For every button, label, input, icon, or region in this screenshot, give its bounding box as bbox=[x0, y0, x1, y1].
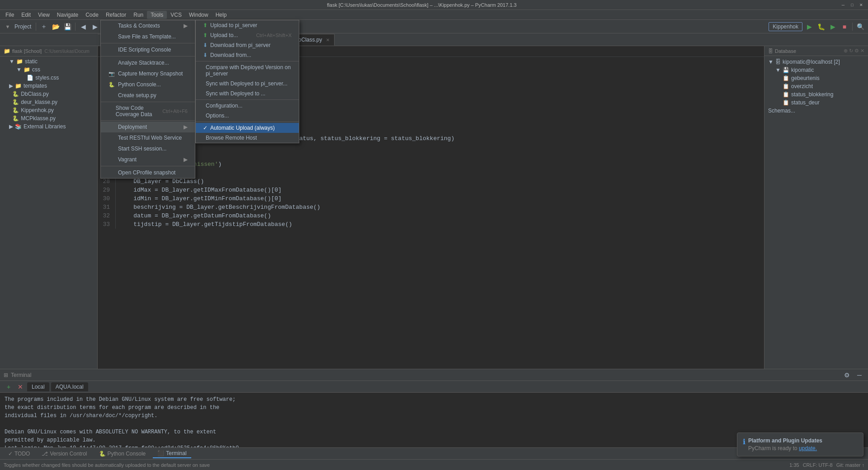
terminal-line-1: The programs included in the Debian GNU/… bbox=[5, 395, 863, 404]
toolbar-btn-back[interactable]: ◀ bbox=[78, 22, 88, 32]
toolbar-btn-2[interactable]: 📂 bbox=[51, 22, 61, 32]
toolbar-btn-fwd[interactable]: ▶ bbox=[90, 22, 100, 32]
submenu-browse-remote[interactable]: Browse Remote Host bbox=[196, 133, 299, 143]
tab-python-console[interactable]: 🐍 Python Console bbox=[94, 450, 151, 458]
folder-icon-css: 📁 bbox=[24, 66, 30, 73]
submenu-download-pi[interactable]: ⬇ Download from pi_server bbox=[196, 40, 299, 50]
menu-item-ssh[interactable]: Start SSH session... bbox=[101, 143, 195, 154]
menu-item-tasks[interactable]: Tasks & Contexts ▶ bbox=[101, 20, 195, 31]
submenu-options[interactable]: Options... bbox=[196, 111, 299, 121]
toolbar-btn-3[interactable]: 💾 bbox=[62, 22, 72, 32]
tab-version-control[interactable]: ⎇ Version Control bbox=[37, 450, 91, 458]
terminal-settings[interactable]: ⚙ bbox=[842, 370, 852, 380]
menu-sep-2 bbox=[101, 56, 195, 56]
tree-item-static[interactable]: ▼ 📁 static bbox=[0, 57, 97, 66]
menu-item-save-template[interactable]: Save File as Template... bbox=[101, 31, 195, 42]
title-bar: flask [C:\Users\lukas\Documents\School\f… bbox=[0, 0, 868, 10]
maximize-button[interactable]: □ bbox=[849, 2, 855, 8]
submenu-upload-to[interactable]: ⬆ Upload to... Ctrl+Alt+Shift+X bbox=[196, 30, 299, 40]
submenu-compare-deployed[interactable]: Compare with Deployed Version on pi_serv… bbox=[196, 62, 299, 79]
toolbar-btn-1[interactable]: ＋ bbox=[39, 22, 49, 32]
notification-title: Platform and Plugin Updates bbox=[748, 437, 822, 444]
db-schemas[interactable]: Schemas... bbox=[764, 107, 868, 115]
tab-terminal[interactable]: ⬛ Terminal bbox=[153, 449, 191, 458]
menu-navigate[interactable]: Navigate bbox=[53, 11, 82, 19]
menu-code[interactable]: Code bbox=[82, 11, 102, 19]
menu-sep-1 bbox=[101, 43, 195, 43]
tree-item-dbclass[interactable]: 🐍 DbClass.py bbox=[0, 90, 97, 98]
menu-refactor[interactable]: Refactor bbox=[102, 11, 130, 19]
terminal-tab-aqua[interactable]: AQUA.local bbox=[51, 382, 88, 391]
tree-item-ext-libs[interactable]: ▶ 📚 External Libraries bbox=[0, 122, 97, 131]
project-select[interactable]: ▼ bbox=[3, 22, 13, 32]
db-name-icon: 💾 bbox=[783, 67, 789, 73]
menu-window[interactable]: Window bbox=[185, 11, 212, 19]
todo-icon: ✓ bbox=[8, 451, 13, 457]
menu-item-create-setup[interactable]: Create setup.py bbox=[101, 90, 195, 101]
menu-item-rest[interactable]: Test RESTful Web Service bbox=[101, 132, 195, 143]
db-table-status-deur[interactable]: 📋 status_deur bbox=[764, 99, 868, 107]
tasks-icon bbox=[108, 22, 115, 29]
submenu-auto-upload[interactable]: ✓ Automatic Upload (always) bbox=[196, 123, 299, 133]
ext-libs-icon: 📚 bbox=[15, 123, 22, 130]
tab-todo[interactable]: ✓ TODO bbox=[4, 450, 34, 458]
notification-popup: ℹ Platform and Plugin Updates PyCharm is… bbox=[737, 432, 863, 456]
submenu-sync-pi[interactable]: Sync with Deployed to pi_server... bbox=[196, 79, 299, 89]
terminal-header: ⊞ Terminal ⚙ ─ bbox=[0, 369, 868, 381]
menu-file[interactable]: File bbox=[2, 11, 18, 19]
notification-link[interactable]: update. bbox=[799, 445, 817, 451]
menu-item-deployment[interactable]: Deployment ▶ bbox=[101, 122, 195, 132]
db-table-status-blokkering[interactable]: 📋 status_blokkering bbox=[764, 90, 868, 99]
project-tree: ▼ 📁 static ▼ 📁 css 📄 styles.css ▶ 📁 temp… bbox=[0, 56, 97, 369]
code-line-25: 25 bbox=[98, 151, 764, 160]
db-kipomatic-item[interactable]: ▼ 💾 kipomatic bbox=[764, 66, 868, 74]
menu-help[interactable]: Help bbox=[212, 11, 231, 19]
menu-item-memory-snapshot[interactable]: 📷 Capture Memory Snapshot bbox=[101, 68, 195, 79]
tree-item-css[interactable]: ▼ 📁 css bbox=[0, 66, 97, 74]
run-with-coverage[interactable]: ▶ bbox=[828, 22, 838, 32]
tab-close-4[interactable]: ✕ bbox=[326, 38, 330, 42]
submenu-upload-pi[interactable]: ⬆ Upload to pi_server bbox=[196, 20, 299, 30]
project-label: Project bbox=[14, 24, 31, 30]
status-message: Toggles whether changed files should be … bbox=[4, 462, 210, 468]
status-bar: Toggles whether changed files should be … bbox=[0, 459, 868, 470]
menu-vcs[interactable]: VCS bbox=[167, 11, 185, 19]
code-line-31: 31 beschrijving = DB_layer.getBeschrijvi… bbox=[98, 203, 764, 212]
menu-run[interactable]: Run bbox=[130, 11, 147, 19]
stop-button[interactable]: ■ bbox=[840, 22, 849, 32]
terminal-add[interactable]: + bbox=[4, 382, 14, 392]
folder-icon-static: 📁 bbox=[16, 58, 23, 65]
tree-item-templates[interactable]: ▶ 📁 templates bbox=[0, 82, 97, 90]
search-everywhere[interactable]: 🔍 bbox=[855, 22, 865, 32]
terminal-minimize[interactable]: ─ bbox=[854, 370, 864, 380]
table-icon-1: 📋 bbox=[783, 75, 789, 81]
run-button[interactable]: ▶ bbox=[804, 22, 814, 32]
submenu-download-from[interactable]: ⬇ Download from... bbox=[196, 50, 299, 60]
terminal-remove[interactable]: ✕ bbox=[15, 382, 25, 392]
db-table-overzicht[interactable]: 📋 overzicht bbox=[764, 82, 868, 90]
minimize-button[interactable]: ─ bbox=[840, 2, 846, 8]
tree-item-mcp[interactable]: 🐍 MCPklasse.py bbox=[0, 114, 97, 122]
menu-item-ide-scripting[interactable]: IDE Scripting Console bbox=[101, 44, 195, 55]
menu-item-cprofile[interactable]: Open CProfile snapshot bbox=[101, 167, 195, 178]
db-table-gebeurtenis[interactable]: 📋 gebeurtenis bbox=[764, 74, 868, 82]
tree-item-deur-klasse[interactable]: 🐍 deur_klasse.py bbox=[0, 98, 97, 106]
menu-tools[interactable]: Tools bbox=[147, 11, 167, 19]
submenu-sync-to[interactable]: Sync with Deployed to ... bbox=[196, 89, 299, 99]
menu-edit[interactable]: Edit bbox=[18, 11, 34, 19]
submenu-sep-1 bbox=[196, 61, 299, 61]
terminal-tab-local[interactable]: Local bbox=[27, 382, 49, 391]
menu-view[interactable]: View bbox=[34, 11, 53, 19]
debug-button[interactable]: 🐛 bbox=[816, 22, 826, 32]
db-server-item[interactable]: ▼ 🗄 kipomatic@localhost [2] bbox=[764, 58, 868, 66]
submenu-configuration[interactable]: Configuration... bbox=[196, 101, 299, 111]
tree-item-kippenhok[interactable]: 🐍 Kippenhok.py bbox=[0, 106, 97, 114]
close-button[interactable]: ✕ bbox=[858, 2, 864, 8]
tree-item-styles[interactable]: 📄 styles.css bbox=[0, 74, 97, 82]
menu-item-python-console[interactable]: 🐍 Python Console... bbox=[101, 79, 195, 90]
menu-item-coverage[interactable]: Show Code Coverage Data Ctrl+Alt+F6 bbox=[101, 103, 195, 119]
python-icon: 🐍 bbox=[99, 451, 106, 457]
menu-item-analyze-stacktrace[interactable]: Analyze Stacktrace... bbox=[101, 57, 195, 68]
menu-item-vagrant[interactable]: Vagrant ▶ bbox=[101, 154, 195, 165]
run-config-selector[interactable]: Kippenhok bbox=[769, 22, 802, 31]
